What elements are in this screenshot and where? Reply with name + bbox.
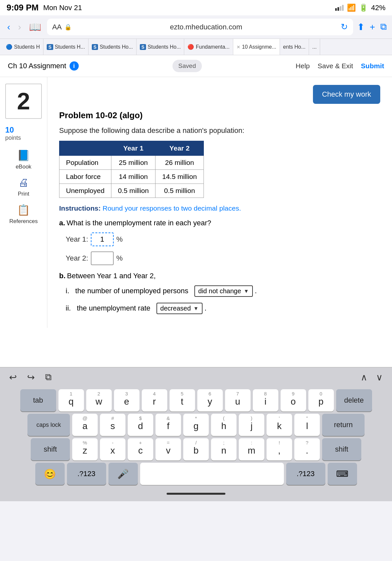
- p123-key-left[interactable]: .?123: [67, 463, 106, 485]
- tab-label-5: Fundamenta...: [196, 44, 229, 50]
- key-v[interactable]: =v: [155, 438, 181, 460]
- key-b[interactable]: /b: [183, 438, 209, 460]
- key-w[interactable]: 2w: [86, 389, 112, 411]
- keyboard-chevrons: ∧ ∨: [358, 371, 385, 384]
- instructions: Instructions: Round your responses to tw…: [59, 204, 380, 212]
- key-n[interactable]: ;n: [211, 438, 237, 460]
- tab-students-h3[interactable]: S Students Ho...: [89, 39, 137, 55]
- keyboard-hide-key[interactable]: ⌨: [328, 463, 357, 485]
- table-row: Labor force 14 million 14.5 million: [59, 170, 204, 184]
- keyboard-row-3: shift %z -x +c =v /b ;n :m !, ?. shift: [1, 438, 391, 460]
- tab-10-assignment[interactable]: ✕ 10 Assignme...: [233, 39, 280, 55]
- year2-input[interactable]: [91, 251, 114, 265]
- key-s[interactable]: #s: [100, 414, 125, 436]
- key-a[interactable]: @a: [72, 414, 98, 436]
- tab-fundamenta[interactable]: 🔴 Fundamenta...: [184, 39, 233, 55]
- key-g[interactable]: *g: [183, 414, 209, 436]
- status-right-icons: 📶 🔋 42%: [335, 4, 385, 12]
- tab-favicon-1: 🔵: [6, 44, 12, 50]
- bookmarks-button[interactable]: 📖: [27, 21, 43, 33]
- sub-i-dropdown[interactable]: did not change ▼: [194, 285, 253, 297]
- key-y[interactable]: 6y: [197, 389, 223, 411]
- table-cell-population-y2: 26 million: [155, 156, 204, 170]
- shift-key-left[interactable]: shift: [31, 438, 70, 460]
- aa-label: AA: [52, 23, 62, 31]
- space-key[interactable]: [140, 463, 284, 485]
- key-m[interactable]: :m: [239, 438, 264, 460]
- check-work-button[interactable]: Check my work: [313, 85, 380, 104]
- tab-students-h4[interactable]: S Students Ho...: [137, 39, 185, 55]
- microphone-key[interactable]: 🎤: [108, 463, 138, 485]
- table-cell-laborforce-y2: 14.5 million: [155, 170, 204, 184]
- ebook-tool[interactable]: 📘 eBook: [16, 149, 31, 170]
- saved-badge: Saved: [172, 60, 202, 72]
- problem-number-box: 2: [5, 84, 42, 119]
- key-j[interactable]: )j: [239, 414, 264, 436]
- tab-key[interactable]: tab: [20, 389, 56, 411]
- info-icon[interactable]: i: [70, 61, 79, 71]
- forward-button[interactable]: ›: [16, 21, 23, 33]
- ebook-icon: 📘: [17, 149, 30, 162]
- tab-close-icon[interactable]: ✕: [237, 44, 240, 50]
- key-c[interactable]: +c: [128, 438, 153, 460]
- emoji-key[interactable]: 😊: [35, 463, 65, 485]
- undo-button[interactable]: ↩: [7, 371, 19, 384]
- key-h[interactable]: (h: [211, 414, 237, 436]
- key-i[interactable]: 8i: [253, 389, 278, 411]
- part-a-section: a. What is the unemployment rate in each…: [59, 219, 380, 265]
- key-e[interactable]: 3e: [114, 389, 139, 411]
- tab-favicon-4: S: [140, 44, 146, 50]
- key-f[interactable]: &f: [155, 414, 181, 436]
- redo-button[interactable]: ↪: [24, 371, 37, 384]
- shift-key-right[interactable]: shift: [322, 438, 361, 460]
- date-display: Mon Nov 21: [43, 4, 82, 12]
- print-tool[interactable]: 🖨 Print: [18, 177, 29, 197]
- sub-ii-dropdown[interactable]: decreased ▼: [156, 303, 203, 314]
- sub-i-dropdown-value: did not change: [198, 287, 241, 295]
- key-q[interactable]: 1q: [58, 389, 84, 411]
- new-tab-button[interactable]: +: [370, 22, 375, 32]
- chevron-up-button[interactable]: ∧: [358, 371, 370, 384]
- help-button[interactable]: Help: [296, 62, 310, 70]
- tab-more[interactable]: ...: [309, 39, 320, 55]
- caps-lock-key[interactable]: caps lock: [27, 414, 70, 436]
- back-button[interactable]: ‹: [5, 21, 12, 33]
- year1-input[interactable]: [91, 232, 114, 246]
- chevron-down-button[interactable]: ∨: [373, 371, 385, 384]
- key-t[interactable]: 5t: [170, 389, 195, 411]
- key-o[interactable]: 9o: [281, 389, 306, 411]
- key-period[interactable]: ?.: [294, 438, 320, 460]
- tab-favicon-5: 🔴: [188, 44, 194, 50]
- key-x[interactable]: -x: [100, 438, 125, 460]
- delete-key[interactable]: delete: [336, 389, 372, 411]
- p123-key-right[interactable]: .?123: [286, 463, 325, 485]
- key-z[interactable]: %z: [72, 438, 98, 460]
- year2-label: Year 2:: [66, 254, 88, 263]
- tab-label-4: Students Ho...: [148, 44, 181, 50]
- key-d[interactable]: $d: [128, 414, 153, 436]
- tab-ents-ho[interactable]: ents Ho...: [280, 39, 309, 55]
- key-p[interactable]: 0p: [308, 389, 334, 411]
- keyboard-tool-left: ↩ ↪ ⧉: [7, 371, 54, 384]
- tab-students-h2[interactable]: S Students H...: [43, 39, 89, 55]
- key-u[interactable]: 7u: [225, 389, 251, 411]
- key-comma[interactable]: !,: [267, 438, 292, 460]
- app-header: Ch 10 Assignment i Saved Help Save & Exi…: [0, 55, 392, 77]
- tabs-button[interactable]: ⧉: [380, 22, 387, 32]
- tab-students-h[interactable]: 🔵 Students H: [3, 39, 43, 55]
- save-exit-button[interactable]: Save & Exit: [318, 62, 353, 70]
- key-k[interactable]: 'k: [267, 414, 292, 436]
- share-button[interactable]: ⬆: [357, 22, 365, 32]
- year1-percent: %: [116, 235, 123, 244]
- tab-label-3: Students Ho...: [100, 44, 133, 50]
- paste-button[interactable]: ⧉: [42, 371, 54, 384]
- instructions-text: Round your responses to two decimal plac…: [103, 204, 241, 212]
- key-r[interactable]: 4r: [142, 389, 167, 411]
- reload-button[interactable]: ↻: [341, 22, 348, 32]
- submit-button[interactable]: Submit: [361, 62, 384, 70]
- key-l[interactable]: "l: [294, 414, 320, 436]
- address-bar[interactable]: AA 🔒 ezto.mheducation.com ↻: [47, 19, 353, 35]
- references-tool[interactable]: 📋 References: [9, 204, 38, 225]
- return-key[interactable]: return: [322, 414, 365, 436]
- lock-icon: 🔒: [64, 24, 72, 31]
